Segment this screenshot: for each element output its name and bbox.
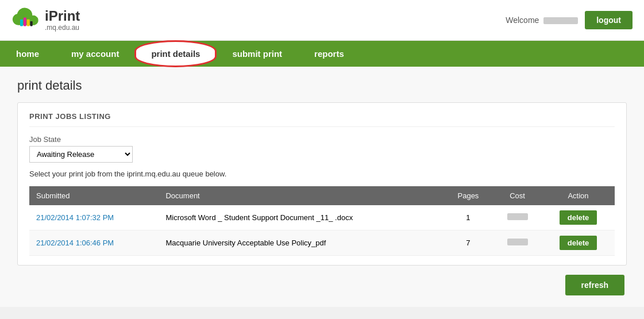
cell-submitted-0: 21/02/2014 1:07:32 PM xyxy=(29,205,159,230)
submitted-link-0[interactable]: 21/02/2014 1:07:32 PM xyxy=(36,213,114,222)
cost-blur-1 xyxy=(507,239,528,245)
table-row: 21/02/2014 1:06:46 PM Macquarie Universi… xyxy=(29,230,615,256)
username-blur xyxy=(543,17,578,24)
logo-icon xyxy=(11,6,40,34)
svg-rect-3 xyxy=(30,21,33,26)
col-submitted: Submitted xyxy=(29,186,159,205)
svg-rect-1 xyxy=(24,17,26,26)
logo-area: iPrint .mq.edu.au xyxy=(11,6,80,34)
job-state-select[interactable]: Awaiting Release xyxy=(29,146,133,163)
nav-item-account[interactable]: my account xyxy=(55,41,135,67)
cost-blur-0 xyxy=(507,213,528,220)
jobs-table: Submitted Document Pages Cost Action 21/… xyxy=(29,186,615,256)
refresh-button[interactable]: refresh xyxy=(565,275,624,295)
nav-item-print-details[interactable]: print details xyxy=(135,41,216,67)
logout-button[interactable]: logout xyxy=(585,11,633,29)
header: iPrint .mq.edu.au Welcome logout xyxy=(0,0,644,41)
nav-item-home[interactable]: home xyxy=(0,41,55,67)
logo-text: iPrint .mq.edu.au xyxy=(45,9,80,32)
cell-document-0: Microsoft Word _ Student Support Documen… xyxy=(159,205,443,230)
delete-button-1[interactable]: delete xyxy=(560,236,597,250)
col-cost: Cost xyxy=(493,186,542,205)
table-header-row: Submitted Document Pages Cost Action xyxy=(29,186,615,205)
header-right: Welcome logout xyxy=(506,11,633,29)
col-pages: Pages xyxy=(444,186,493,205)
delete-button-0[interactable]: delete xyxy=(560,210,597,225)
cell-pages-1: 7 xyxy=(444,230,493,256)
col-action: Action xyxy=(542,186,615,205)
submitted-link-1[interactable]: 21/02/2014 1:06:46 PM xyxy=(36,239,114,247)
panel-heading: PRINT JOBS LISTING xyxy=(29,112,615,127)
cell-action-0: delete xyxy=(542,205,615,230)
cell-pages-0: 1 xyxy=(444,205,493,230)
main-content: print details PRINT JOBS LISTING Job Sta… xyxy=(0,67,644,307)
job-state-group: Job State Awaiting Release xyxy=(29,135,615,163)
cell-submitted-1: 21/02/2014 1:06:46 PM xyxy=(29,230,159,256)
svg-rect-0 xyxy=(20,20,23,26)
svg-rect-2 xyxy=(27,20,30,26)
cell-cost-0 xyxy=(493,205,542,230)
welcome-text: Welcome xyxy=(506,16,578,25)
action-bar: refresh xyxy=(17,275,627,295)
nav-item-submit-print[interactable]: submit print xyxy=(216,41,298,67)
cell-document-1: Macquarie University Acceptable Use Poli… xyxy=(159,230,443,256)
brand-name: iPrint xyxy=(45,9,80,24)
cell-cost-1 xyxy=(493,230,542,256)
page-title: print details xyxy=(17,78,627,93)
job-state-label: Job State xyxy=(29,135,615,144)
col-document: Document xyxy=(159,186,443,205)
cell-action-1: delete xyxy=(542,230,615,256)
nav-item-reports[interactable]: reports xyxy=(298,41,360,67)
brand-domain: .mq.edu.au xyxy=(45,24,80,32)
nav-bar: home my account print details submit pri… xyxy=(0,41,644,67)
table-row: 21/02/2014 1:07:32 PM Microsoft Word _ S… xyxy=(29,205,615,230)
queue-instructions: Select your print job from the iprint.mq… xyxy=(29,170,615,178)
print-jobs-panel: PRINT JOBS LISTING Job State Awaiting Re… xyxy=(17,102,627,266)
